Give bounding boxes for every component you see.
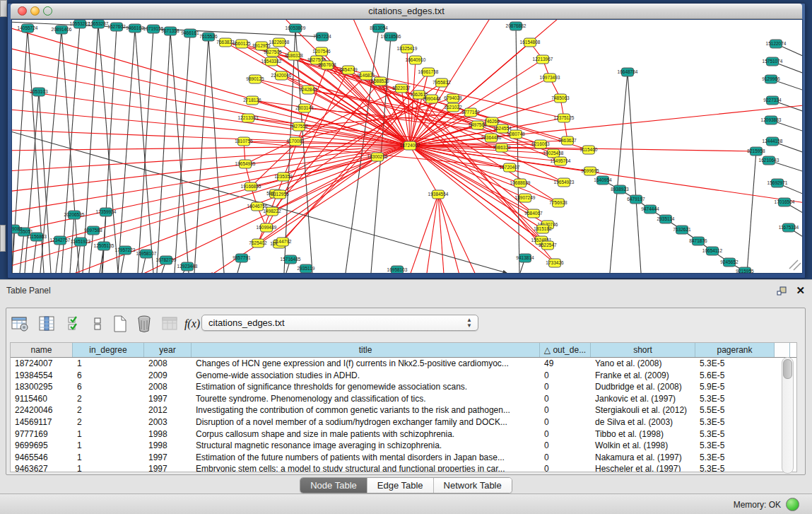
graph-node[interactable]: 8454749 [339,66,358,74]
graph-node[interactable]: 10973493 [540,74,560,82]
graph-node[interactable]: 20876882 [506,22,526,30]
graph-node[interactable]: 9671358 [161,27,180,35]
graph-node[interactable]: 15720407 [500,163,520,172]
graph-node[interactable]: 1733426 [546,259,564,267]
table-select-combo[interactable]: citations_edges.txt ▲▼ [201,315,478,331]
graph-node[interactable]: 16961758 [418,68,439,76]
table-row[interactable]: 1872400712008Changes of HCN gene express… [11,358,796,370]
graph-node[interactable]: 16958103 [387,266,408,273]
graph-node[interactable]: 8312955 [271,190,289,199]
graph-node[interactable]: 6479197 [627,195,645,204]
graph-node[interactable]: 20206535 [64,211,85,219]
graph-node[interactable]: 10553287 [70,20,90,28]
graph-node[interactable]: 2718126 [243,96,261,105]
graph-node[interactable]: 16640910 [406,56,426,64]
graph-node[interactable]: 18325419 [397,45,418,53]
graph-node[interactable]: 9699695 [581,167,599,175]
graph-node[interactable]: 9474444 [641,205,659,214]
graph-node[interactable]: 2803144 [295,104,314,112]
graph-node[interactable]: 15716485 [281,255,301,264]
graph-node[interactable]: 18300295 [367,153,388,161]
graph-node[interactable]: 9660125 [233,40,251,48]
graph-node[interactable]: 16053809 [286,24,306,33]
network-window-titlebar[interactable]: citations_edges.txt [11,4,802,19]
graph-node[interactable]: 9245652 [720,258,739,267]
graph-node[interactable]: 19654923 [554,178,575,187]
graph-node[interactable]: 7485063 [551,94,570,103]
graph-node[interactable]: 19654985 [235,160,256,168]
column-header-pagerank[interactable]: pagerank [695,343,775,357]
graph-node[interactable]: 15495764 [551,157,571,165]
graph-node[interactable]: 8215958 [747,147,765,156]
graph-node[interactable]: 7625402 [249,239,267,247]
graph-node[interactable]: 20891406 [52,25,72,34]
graph-node[interactable]: 9427552 [290,122,308,131]
graph-node[interactable]: 17016504 [775,198,795,206]
table-row[interactable]: 977716911998Corpus callosum shape and si… [11,428,796,440]
graph-node[interactable]: 7632621 [673,226,691,234]
graph-node[interactable]: 6794028 [444,94,462,103]
graph-node[interactable]: 9115460 [580,146,598,154]
column-header-filler[interactable] [775,343,790,357]
network-canvas[interactable]: 1405572420891406105532871065328715276029… [11,19,803,274]
graph-node[interactable]: 1810755 [235,137,253,146]
graph-node[interactable]: 6216063 [531,140,550,148]
tab-edge-table[interactable]: Edge Table [367,478,434,493]
graph-node[interactable]: 9227334 [763,96,782,105]
close-panel-icon[interactable]: ✕ [796,284,805,297]
table-row[interactable]: 1830029562008Estimation of significance … [11,381,796,393]
column-header-short[interactable]: short [591,343,695,357]
column-header-title[interactable]: title [192,343,540,357]
graph-node[interactable]: 1640954 [594,176,612,185]
graph-node[interactable]: 10688639 [510,179,531,187]
table-row[interactable]: 946554611997Estimation of the future num… [11,452,796,464]
graph-node[interactable]: 1815182 [534,225,552,233]
delete-trash-icon[interactable] [135,314,153,333]
graph-node[interactable]: 19384554 [428,190,449,199]
column-header-name[interactable]: name [11,343,73,357]
table-settings-icon[interactable] [11,314,29,333]
graph-node[interactable]: 12213967 [533,55,553,64]
graph-node[interactable]: 17957223 [115,246,136,255]
graph-node[interactable]: 2053103 [30,88,48,96]
select-rows-check-icon[interactable] [66,314,84,333]
graph-node[interactable]: 7615526 [199,33,218,41]
column-visibility-icon[interactable] [37,314,56,333]
table-vertical-scrollbar[interactable] [782,357,794,474]
tab-node-table[interactable]: Node Table [300,478,367,493]
graph-node[interactable]: 7955812 [433,78,451,87]
new-document-icon[interactable] [111,314,129,333]
graph-node[interactable]: 1080748 [507,130,525,139]
graph-node[interactable]: 12093883 [761,116,782,124]
graph-node[interactable]: 16154808 [520,38,541,47]
graph-node[interactable]: 4170081 [286,137,305,146]
graph-node[interactable]: 7857224 [313,33,331,41]
graph-node[interactable]: 7663822 [216,38,235,47]
graph-node[interactable]: 9466163 [126,24,144,33]
graph-node[interactable]: 12375125 [554,114,575,122]
column-header-in_degree[interactable]: in_degree [73,343,144,357]
graph-node[interactable]: 1498222 [263,207,281,216]
graph-node[interactable]: 8471876 [689,237,707,245]
column-header-out_de[interactable]: △ out_de... [540,343,591,357]
table-row[interactable]: 1938455462009Genome-wide association stu… [11,370,796,382]
graph-node[interactable]: 9129966 [762,75,780,83]
graph-node[interactable]: 1235359 [274,173,293,181]
graph-node[interactable]: 9463627 [558,136,577,145]
column-header-year[interactable]: year [144,343,192,357]
graph-node[interactable]: 9584067 [524,209,543,218]
graph-node[interactable]: 20364486 [481,134,502,142]
tab-network-table[interactable]: Network Table [434,478,512,493]
graph-node[interactable]: 1144792 [274,238,292,246]
table-row[interactable]: 1456911722003Disruption of a novel membe… [11,416,796,428]
table-row[interactable]: 911546021997Tourette syndrome. Phenomeno… [11,393,796,405]
scrollbar-thumb[interactable] [783,359,792,379]
float-window-icon[interactable] [777,286,788,296]
graph-node[interactable]: 8938923 [611,185,629,194]
graph-node[interactable]: 9097588 [84,226,102,235]
graph-node[interactable]: 18226058 [269,38,290,47]
graph-node[interactable]: 11451923 [71,238,91,246]
graph-node[interactable]: 10025458 [543,149,564,158]
graph-node[interactable]: 12505135 [94,242,114,250]
graph-node[interactable]: 9777169 [461,108,480,117]
